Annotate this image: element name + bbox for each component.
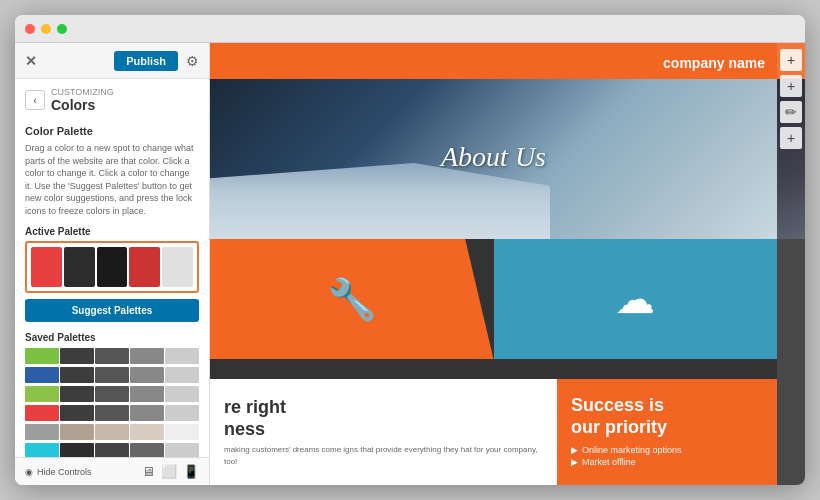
active-swatch-4[interactable] [129, 247, 160, 287]
eye-icon: ◉ [25, 467, 33, 477]
saved-swatch-5-5 [165, 424, 199, 440]
mobile-icon[interactable]: 📱 [183, 464, 199, 479]
saved-swatch-6-5 [165, 443, 199, 457]
saved-swatch-6-2 [60, 443, 94, 457]
color-palette-section-title: Color Palette [25, 125, 199, 137]
publish-button[interactable]: Publish [114, 51, 178, 71]
gear-icon[interactable]: ⚙ [186, 53, 199, 69]
saved-swatch-3-5 [165, 386, 199, 402]
active-swatch-3[interactable] [97, 247, 128, 287]
hide-controls-label: Hide Controls [37, 467, 92, 477]
browser-titlebar [15, 15, 805, 43]
success-arrow-2: ▶ [571, 457, 578, 467]
side-toolbar: + + ✏ + [777, 43, 805, 485]
saved-swatch-5-1 [25, 424, 59, 440]
about-us-title: About Us [441, 141, 546, 173]
success-arrow-1: ▶ [571, 445, 578, 455]
saved-swatch-2-5 [165, 367, 199, 383]
website-preview: company name About Us 🔧 [210, 43, 805, 485]
wrench-icon: 🔧 [327, 276, 377, 323]
back-button[interactable]: ‹ [25, 90, 45, 110]
saved-palette-row-5[interactable] [25, 424, 199, 440]
active-palette-box [25, 241, 199, 293]
saved-palette-row-1[interactable] [25, 348, 199, 364]
saved-swatch-4-2 [60, 405, 94, 421]
success-text-2: Market offline [582, 457, 636, 467]
service-teal-box: ☁ [494, 239, 778, 359]
breadcrumb-text: Customizing Colors [51, 87, 114, 113]
saved-swatch-1-2 [60, 348, 94, 364]
saved-swatch-1-3 [95, 348, 129, 364]
side-tool-plus-3[interactable]: + [780, 127, 802, 149]
saved-swatch-4-5 [165, 405, 199, 421]
success-title: Success isour priority [571, 395, 763, 438]
success-item-1: ▶ Online marketing options [571, 445, 763, 455]
minimize-dot[interactable] [41, 24, 51, 34]
maximize-dot[interactable] [57, 24, 67, 34]
saved-palettes-label: Saved Palettes [25, 332, 199, 343]
tablet-icon[interactable]: ⬜ [161, 464, 177, 479]
service-section: 🔧 ☁ [210, 239, 777, 359]
saved-swatch-4-3 [95, 405, 129, 421]
panel-topbar: ✕ Publish ⚙ [15, 43, 209, 79]
footer-icons: 🖥 ⬜ 📱 [142, 464, 199, 479]
saved-swatch-6-4 [130, 443, 164, 457]
side-tool-edit[interactable]: ✏ [780, 101, 802, 123]
active-swatch-2[interactable] [64, 247, 95, 287]
saved-swatch-5-2 [60, 424, 94, 440]
breadcrumb: ‹ Customizing Colors [15, 79, 209, 117]
bottom-right-content: Success isour priority ▶ Online marketin… [557, 379, 777, 485]
saved-palette-row-3[interactable] [25, 386, 199, 402]
preview-header: company name [210, 43, 805, 79]
side-tool-plus-2[interactable]: + [780, 75, 802, 97]
palette-description: Drag a color to a new spot to change wha… [25, 142, 199, 218]
side-tool-plus-1[interactable]: + [780, 49, 802, 71]
active-swatch-1[interactable] [31, 247, 62, 287]
saved-swatch-3-1 [25, 386, 59, 402]
suggest-palettes-button[interactable]: Suggest Palettes [25, 299, 199, 322]
colors-title: Colors [51, 97, 114, 113]
saved-swatch-4-4 [130, 405, 164, 421]
panel-content: Color Palette Drag a color to a new spot… [15, 117, 209, 457]
customizing-label: Customizing [51, 87, 114, 97]
bottom-left-title: re rightness [224, 397, 543, 440]
saved-swatch-6-3 [95, 443, 129, 457]
saved-swatch-1-4 [130, 348, 164, 364]
saved-swatch-2-2 [60, 367, 94, 383]
saved-swatch-1-5 [165, 348, 199, 364]
panel-close-button[interactable]: ✕ [25, 53, 37, 69]
saved-swatch-3-3 [95, 386, 129, 402]
bottom-left-text: making customers' dreams come igns that … [224, 444, 543, 466]
saved-swatch-2-3 [95, 367, 129, 383]
desktop-icon[interactable]: 🖥 [142, 464, 155, 479]
left-panel: ✕ Publish ⚙ ‹ Customizing Colors Color P… [15, 43, 210, 485]
saved-palette-row-2[interactable] [25, 367, 199, 383]
saved-palette-row-6[interactable] [25, 443, 199, 457]
panel-footer: ◉ Hide Controls 🖥 ⬜ 📱 [15, 457, 209, 485]
active-swatch-5[interactable] [162, 247, 193, 287]
saved-swatch-3-4 [130, 386, 164, 402]
saved-swatch-6-1 [25, 443, 59, 457]
bottom-section: re rightness making customers' dreams co… [210, 379, 777, 485]
saved-swatch-3-2 [60, 386, 94, 402]
saved-swatch-2-4 [130, 367, 164, 383]
saved-swatch-1-1 [25, 348, 59, 364]
cloud-icon: ☁ [615, 276, 655, 322]
saved-swatch-5-4 [130, 424, 164, 440]
service-orange-box: 🔧 [210, 239, 494, 359]
saved-palettes-grid [25, 348, 199, 457]
preview-inner: company name About Us 🔧 [210, 43, 805, 485]
success-text-1: Online marketing options [582, 445, 682, 455]
saved-swatch-2-1 [25, 367, 59, 383]
browser-body: ✕ Publish ⚙ ‹ Customizing Colors Color P… [15, 43, 805, 485]
close-dot[interactable] [25, 24, 35, 34]
success-item-2: ▶ Market offline [571, 457, 763, 467]
saved-palette-row-4[interactable] [25, 405, 199, 421]
active-palette-label: Active Palette [25, 226, 199, 237]
saved-swatch-4-1 [25, 405, 59, 421]
bottom-left-content: re rightness making customers' dreams co… [210, 379, 557, 485]
saved-swatch-5-3 [95, 424, 129, 440]
hide-controls-button[interactable]: ◉ Hide Controls [25, 467, 92, 477]
browser-window: ✕ Publish ⚙ ‹ Customizing Colors Color P… [15, 15, 805, 485]
